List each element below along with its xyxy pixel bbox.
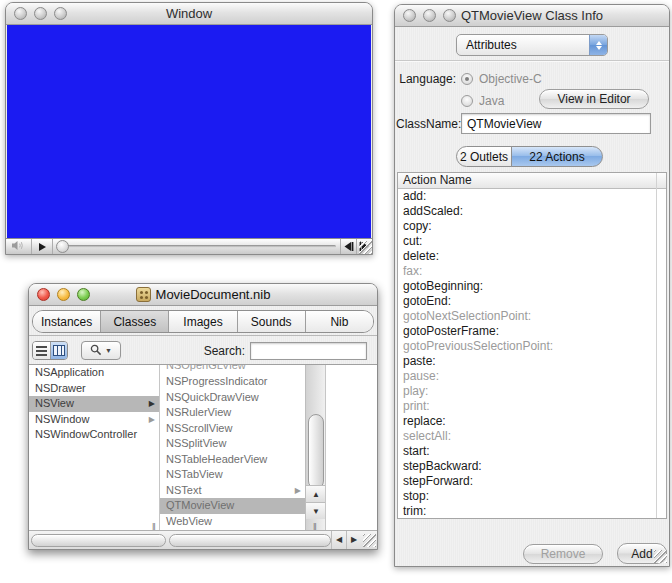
scroll-up-button[interactable]: ▲	[306, 485, 326, 502]
play-button[interactable]	[32, 239, 52, 254]
resize-grip[interactable]	[363, 534, 376, 547]
browser-row-NSRulerView[interactable]: NSRulerView	[160, 405, 305, 421]
column-view-button[interactable]	[50, 342, 68, 359]
table-column-divider[interactable]	[656, 173, 657, 518]
action-row-stepForward[interactable]: stepForward:	[398, 474, 654, 489]
browser-row-NSText[interactable]: NSText▶	[160, 483, 305, 499]
tab-actions[interactable]: 22 Actions	[511, 146, 603, 167]
movie-view[interactable]	[7, 25, 371, 238]
movie-timeline-slider[interactable]	[53, 239, 340, 254]
class-name-label: NSApplication	[35, 366, 104, 378]
browser-row-WebView[interactable]: WebView	[160, 514, 305, 530]
scroll-left-button[interactable]: ◀	[331, 531, 346, 549]
browser-row-NSView[interactable]: NSView▶	[29, 396, 159, 412]
list-view-button[interactable]	[33, 342, 50, 359]
action-row-cut[interactable]: cut:	[398, 234, 654, 249]
outlets-actions-tabs: 2 Outlets 22 Actions	[456, 146, 603, 167]
tab-nib[interactable]: Nib	[306, 311, 373, 332]
tab-instances[interactable]: Instances	[33, 311, 101, 332]
action-row-gotoBeginning[interactable]: gotoBeginning:	[398, 279, 654, 294]
radio-button[interactable]	[461, 95, 473, 107]
action-row-gotoPosterFrame[interactable]: gotoPosterFrame:	[398, 324, 654, 339]
browser-row-NSQuickDrawView[interactable]: NSQuickDrawView	[160, 390, 305, 406]
action-row-gotoNextSelectionPoint[interactable]: gotoNextSelectionPoint:	[398, 309, 654, 324]
class-name-label: NSOpenGLView	[166, 365, 246, 371]
vertical-scrollbar[interactable]: ▲ ▼ ‖	[305, 365, 325, 532]
browser-row-NSScrollView[interactable]: NSScrollView	[160, 421, 305, 437]
action-row-gotoEnd[interactable]: gotoEnd:	[398, 294, 654, 309]
action-row-start[interactable]: start:	[398, 444, 654, 459]
info-panel-titlebar[interactable]: QTMovieView Class Info	[395, 5, 669, 27]
desktop: Window	[0, 0, 672, 583]
browser-row-NSSplitView[interactable]: NSSplitView	[160, 436, 305, 452]
close-button[interactable]	[37, 288, 50, 301]
timeline-track	[57, 245, 336, 248]
inspector-popup[interactable]: Attributes	[456, 34, 608, 56]
table-header[interactable]: Action Name	[398, 173, 666, 189]
radio-button[interactable]	[461, 73, 473, 85]
action-row-trim[interactable]: trim:	[398, 504, 654, 518]
minimize-button[interactable]	[57, 288, 70, 301]
browser-row-NSDrawer[interactable]: NSDrawer	[29, 381, 159, 397]
action-row-stepBackward[interactable]: stepBackward:	[398, 459, 654, 474]
horizontal-scrollbar[interactable]: ◀ ▶	[29, 530, 377, 549]
minimize-button[interactable]	[34, 7, 47, 20]
minimize-button[interactable]	[423, 9, 436, 22]
action-row-play[interactable]: play:	[398, 384, 654, 399]
zoom-button[interactable]	[77, 288, 90, 301]
classname-input[interactable]	[461, 113, 651, 134]
tab-classes[interactable]: Classes	[101, 311, 169, 332]
tab-images[interactable]: Images	[169, 311, 237, 332]
radio-label: Java	[479, 94, 504, 108]
step-backward-button[interactable]	[341, 239, 356, 254]
remove-button[interactable]: Remove	[523, 544, 603, 564]
expand-arrow-icon: ▶	[149, 412, 155, 428]
close-button[interactable]	[403, 9, 416, 22]
scroll-right-button[interactable]: ▶	[346, 531, 361, 549]
action-row-print[interactable]: print:	[398, 399, 654, 414]
view-in-editor-button[interactable]: View in Editor	[539, 89, 649, 109]
browser-row-NSOpenGLView[interactable]: NSOpenGLView	[160, 365, 305, 374]
action-row-selectAll[interactable]: selectAll:	[398, 429, 654, 444]
action-row-gotoPreviousSelectionPoint[interactable]: gotoPreviousSelectionPoint:	[398, 339, 654, 354]
action-row-fax[interactable]: fax:	[398, 264, 654, 279]
action-row-replace[interactable]: replace:	[398, 414, 654, 429]
scroll-down-button[interactable]: ▼	[306, 502, 326, 519]
browser-row-NSApplication[interactable]: NSApplication	[29, 365, 159, 381]
browser-row-QTMovieView[interactable]: QTMovieView	[160, 498, 305, 514]
browser-row-NSTableHeaderView[interactable]: NSTableHeaderView	[160, 452, 305, 468]
tab-sounds[interactable]: Sounds	[238, 311, 306, 332]
action-row-addScaled[interactable]: addScaled:	[398, 204, 654, 219]
close-button[interactable]	[14, 7, 27, 20]
zoom-button[interactable]	[54, 7, 67, 20]
tab-outlets[interactable]: 2 Outlets	[456, 146, 512, 167]
language-option-java[interactable]: Java	[461, 94, 504, 108]
nib-window-titlebar[interactable]: MovieDocument.nib	[29, 284, 377, 306]
resize-grip[interactable]	[359, 241, 372, 254]
browser-row-NSProgressIndicator[interactable]: NSProgressIndicator	[160, 374, 305, 390]
volume-button[interactable]	[6, 239, 31, 254]
class-name-label: NSText	[166, 484, 201, 496]
scrollbar-thumb[interactable]	[31, 534, 166, 547]
search-options-button[interactable]: ▼	[81, 341, 121, 360]
movie-window-titlebar[interactable]: Window	[6, 3, 372, 25]
timeline-thumb[interactable]	[56, 240, 69, 253]
action-row-pause[interactable]: pause:	[398, 369, 654, 384]
browser-row-NSWindow[interactable]: NSWindow▶	[29, 412, 159, 428]
action-row-copy[interactable]: copy:	[398, 219, 654, 234]
zoom-button[interactable]	[443, 9, 456, 22]
scrollbar-thumb[interactable]	[308, 414, 324, 489]
popup-value: Attributes	[466, 38, 517, 52]
language-option-objective-c[interactable]: Objective-C	[461, 72, 542, 86]
scrollbar-thumb[interactable]	[169, 534, 331, 547]
search-input[interactable]	[250, 342, 367, 360]
action-row-delete[interactable]: delete:	[398, 249, 654, 264]
resize-grip[interactable]	[654, 550, 667, 563]
action-row-add[interactable]: add:	[398, 189, 654, 204]
action-row-stop[interactable]: stop:	[398, 489, 654, 504]
browser-row-NSTabView[interactable]: NSTabView	[160, 467, 305, 483]
browser-row-NSWindowController[interactable]: NSWindowController	[29, 427, 159, 443]
expand-arrow-icon: ▶	[149, 396, 155, 412]
action-row-paste[interactable]: paste:	[398, 354, 654, 369]
class-name-label: NSQuickDrawView	[166, 391, 259, 403]
